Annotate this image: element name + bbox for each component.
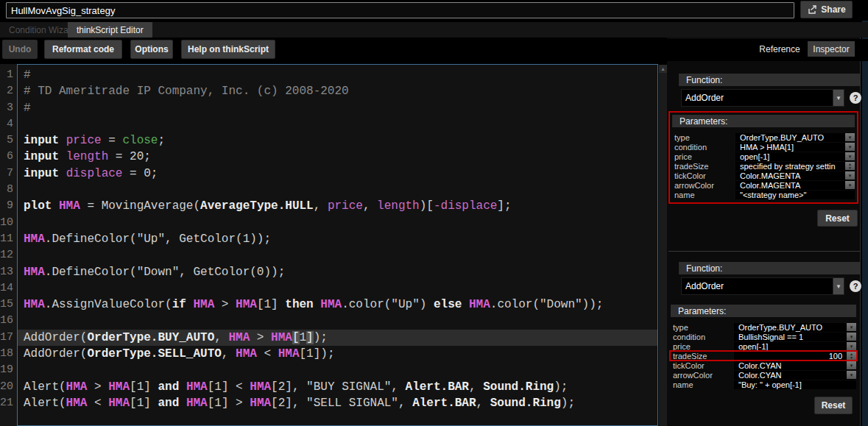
share-icon <box>807 5 817 14</box>
chevron-down-icon[interactable]: ▾ <box>845 143 855 151</box>
param-label: tradeSize <box>672 162 735 171</box>
chevron-down-icon[interactable]: ▾ <box>845 133 855 141</box>
code-token: Alert( <box>24 397 66 410</box>
chevron-down-icon[interactable]: ▾ <box>847 333 856 341</box>
chevron-down-icon[interactable]: ▾ <box>845 171 855 180</box>
param-value: Color.MAGENTA <box>735 181 845 190</box>
param-value-field[interactable]: "<strategy name>" <box>735 191 855 199</box>
spinner-icon[interactable]: ▲▼ <box>847 352 856 360</box>
share-button[interactable]: Share <box>800 1 853 18</box>
chevron-down-icon[interactable]: ▼ <box>833 90 844 106</box>
line-number: 7 <box>0 166 17 182</box>
help-icon[interactable]: ? <box>850 92 861 104</box>
panel-divider <box>668 251 860 252</box>
code-token: HMA <box>24 266 45 279</box>
code-editor[interactable]: 123456789101112131415161718192021 ## TD … <box>0 64 658 426</box>
param-value-field[interactable]: OrderType.BUY_AUTO▾ <box>734 323 856 332</box>
param-value: Color.MAGENTA <box>735 171 845 180</box>
param-value-field[interactable]: BullishSignal == 1▾ <box>734 333 856 341</box>
code-token: , <box>469 380 483 394</box>
code-token: else <box>434 298 462 311</box>
spinner-icon[interactable]: ▲▼ <box>845 162 855 170</box>
spinner-down-icon[interactable]: ▼ <box>850 356 853 360</box>
code-line <box>18 116 657 132</box>
param-label: tradeSize <box>671 352 734 361</box>
help-icon[interactable]: ? <box>850 280 861 292</box>
code-token: , <box>476 397 490 410</box>
code-token: AverageType.HULL <box>200 199 314 213</box>
code-token: HMA <box>236 347 257 361</box>
line-number: 11 <box>0 231 17 247</box>
tab-thinkscript-editor[interactable]: thinkScript Editor <box>68 22 152 38</box>
param-label: name <box>672 191 735 199</box>
code-line: HMA.DefineColor("Up", GetColor(1)); <box>18 231 657 247</box>
code-token: Alert.BAR <box>406 380 469 394</box>
param-row-type: typeOrderType.BUY_AUTO▾ <box>671 322 856 332</box>
line-number: 21 <box>0 395 17 411</box>
chevron-down-icon[interactable]: ▾ <box>847 371 856 379</box>
param-label: tickColor <box>671 361 734 370</box>
strategy-name-input[interactable] <box>6 2 794 18</box>
window-scrollbar[interactable] <box>862 0 868 426</box>
param-value-field[interactable]: specified by strategy settin▲▼ <box>735 162 855 171</box>
param-value: open[-1] <box>735 152 845 161</box>
code-token: Alert( <box>24 380 66 394</box>
param-label: price <box>672 152 735 161</box>
param-value-field[interactable]: Color.MAGENTA▾ <box>735 181 855 190</box>
reformat-code-button[interactable]: Reformat code <box>44 40 122 59</box>
param-value: 100 <box>734 352 847 361</box>
chevron-down-icon[interactable]: ▾ <box>845 181 855 189</box>
chevron-down-icon[interactable]: ▾ <box>847 323 856 331</box>
code-line: # <box>18 100 657 116</box>
code-token: HMA <box>186 397 208 410</box>
function-select[interactable]: AddOrder ▼ <box>681 89 844 107</box>
param-value-field[interactable]: OrderType.BUY_AUTO▾ <box>735 133 855 142</box>
param-value-field[interactable]: HMA > HMA[1]▾ <box>735 143 855 152</box>
param-value-field[interactable]: "Buy: " + open[-1] <box>734 380 856 389</box>
chevron-down-icon[interactable]: ▼ <box>833 278 844 294</box>
code-token: HMA <box>250 397 271 410</box>
param-row-name: name"<strategy name>" <box>672 190 855 199</box>
line-number: 18 <box>0 346 17 362</box>
parameters-section: Parameters: typeOrderType.BUY_AUTO▾condi… <box>668 302 858 391</box>
parameters-label: Parameters: <box>678 306 726 316</box>
code-token: and <box>158 380 179 394</box>
editor-scrollbar[interactable]: ▴ <box>659 65 667 426</box>
code-line: # <box>18 67 657 83</box>
line-number: 6 <box>0 149 17 165</box>
help-on-thinkscript-button[interactable]: Help on thinkScript <box>181 40 275 59</box>
chevron-down-icon[interactable]: ▾ <box>845 152 855 160</box>
reference-button[interactable]: Reference <box>757 41 802 57</box>
code-token: .color("Down")); <box>490 298 604 311</box>
param-value-field[interactable]: open[-1]▾ <box>734 342 856 351</box>
reset-button[interactable]: Reset <box>814 397 853 414</box>
param-value-field[interactable]: Color.CYAN▾ <box>734 361 856 370</box>
reset-button[interactable]: Reset <box>817 210 858 227</box>
code-token <box>59 167 66 180</box>
options-button[interactable]: Options <box>130 40 173 59</box>
param-value-field[interactable]: open[-1]▾ <box>735 152 855 161</box>
chevron-down-icon[interactable]: ▾ <box>847 361 856 369</box>
code-token: [1] <box>130 380 158 394</box>
chevron-down-icon[interactable]: ▾ <box>847 342 856 350</box>
function-select[interactable]: AddOrder ▼ <box>681 277 844 295</box>
code-line: input price = close; <box>18 132 657 149</box>
param-value-field[interactable]: Color.CYAN▾ <box>734 371 856 380</box>
code-token: length <box>66 150 109 163</box>
code-token: , <box>222 347 236 361</box>
param-value-field[interactable]: 100▲▼ <box>734 352 856 361</box>
param-value: HMA > HMA[1] <box>735 143 845 152</box>
code-token: < <box>257 347 278 361</box>
code-area[interactable]: ## TD Ameritrade IP Company, Inc. (c) 20… <box>17 64 658 426</box>
inspector-button[interactable]: Inspector <box>808 41 855 57</box>
scroll-up-icon[interactable]: ▴ <box>659 65 667 73</box>
param-value-field[interactable]: Color.MAGENTA▾ <box>735 171 855 180</box>
code-token <box>179 380 186 394</box>
code-token: [1]); <box>300 347 335 361</box>
undo-button[interactable]: Undo <box>2 40 38 59</box>
param-label: name <box>671 380 734 389</box>
spinner-down-icon[interactable]: ▼ <box>848 166 852 170</box>
line-number: 3 <box>0 100 17 116</box>
code-token: length <box>377 199 420 213</box>
code-token: plot <box>24 199 52 213</box>
